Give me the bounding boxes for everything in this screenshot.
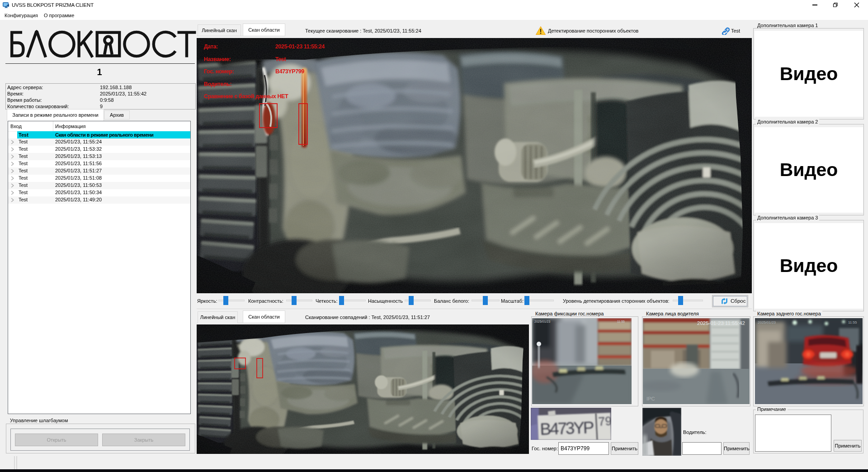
svg-text:Сравнение с базой данных НЕТ: Сравнение с базой данных НЕТ bbox=[204, 93, 288, 100]
svg-text:11:55: 11:55 bbox=[617, 320, 625, 323]
svg-text:2025/01/23: 2025/01/23 bbox=[534, 320, 550, 323]
svg-text:2025-01-23 11:55:24: 2025-01-23 11:55:24 bbox=[275, 43, 325, 50]
svg-text:2025/01/23: 2025/01/23 bbox=[758, 320, 776, 324]
svg-text:B473YP: B473YP bbox=[540, 418, 594, 439]
svg-text:Гос. номер:: Гос. номер: bbox=[204, 68, 234, 75]
svg-text:11:55: 11:55 bbox=[848, 320, 857, 324]
svg-text:Название:: Название: bbox=[204, 56, 231, 62]
svg-text:Дата:: Дата: bbox=[204, 43, 218, 50]
svg-text:B473YP799: B473YP799 bbox=[275, 68, 304, 75]
svg-text:2025-01-23 11:55:42: 2025-01-23 11:55:42 bbox=[697, 320, 745, 326]
svg-text:79: 79 bbox=[598, 414, 611, 429]
svg-text:Водитель:: Водитель: bbox=[204, 81, 231, 87]
svg-text:Test: Test bbox=[275, 56, 286, 62]
svg-text:IPC: IPC bbox=[646, 396, 655, 401]
